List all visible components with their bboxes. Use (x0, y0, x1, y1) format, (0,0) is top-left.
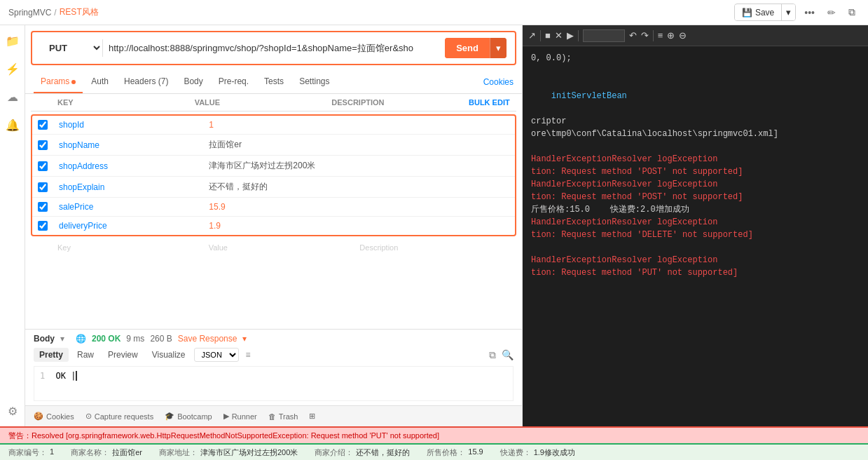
col-bulk[interactable]: Bulk Edit (469, 98, 511, 107)
sidebar-icon-cloud[interactable]: ☁ (3, 87, 22, 107)
url-input[interactable] (109, 43, 439, 53)
trash-label: Trash (279, 412, 298, 421)
param-key-4[interactable]: shopExplain (59, 182, 209, 192)
row-checkbox-6[interactable] (38, 221, 48, 231)
tab-prereq[interactable]: Pre-req. (212, 71, 256, 93)
param-value-3[interactable]: 津海市区广场对过左拐200米 (209, 160, 359, 172)
ide-line (531, 140, 860, 153)
more-options-button[interactable]: ••• (800, 4, 819, 21)
search-response-icon[interactable]: 🔍 (502, 349, 514, 361)
ide-sep-3 (653, 30, 654, 41)
save-button[interactable]: 💾 Save (735, 5, 781, 20)
ide-navigate-icon[interactable]: ↗ (528, 30, 536, 41)
tab-tests[interactable]: Tests (257, 71, 291, 93)
table-row: salePrice 15.9 (32, 198, 515, 217)
result-bar: 商家编号： 1 商家名称： 拉面馆er 商家地址： 津海市区广场对过左拐200米… (0, 443, 868, 460)
col-key: KEY (57, 98, 195, 107)
param-key-2[interactable]: shopName (59, 140, 209, 150)
response-section: Body ▾ 🌐 200 OK 9 ms 260 B Save Response… (25, 329, 522, 405)
save-dropdown-button[interactable]: ▾ (781, 4, 795, 20)
runner-icon: ▶ (223, 412, 229, 421)
tab-settings[interactable]: Settings (292, 71, 336, 93)
capture-label: Capture requests (95, 412, 153, 421)
http-method-select[interactable]: PUT GET POST DELETE (41, 39, 103, 57)
trash-button[interactable]: 🗑 Trash (268, 412, 298, 421)
sidebar-icon-settings[interactable]: ⚙ (3, 401, 22, 421)
ide-line: ore\tmp0\conf\Catalina\localhost\springm… (531, 128, 860, 140)
ide-close-icon[interactable]: ✕ (555, 30, 563, 41)
tab-auth[interactable]: Auth (84, 71, 116, 93)
ide-stop-icon[interactable]: ■ (545, 30, 551, 41)
param-value-1[interactable]: 1 (209, 120, 359, 130)
ide-panel: ↗ ■ ✕ ▶ ↶ ↷ ≡ ⊕ ⊖ 0, 0.0); initServletBe… (523, 25, 868, 426)
result-val-deliveryprice: 1.9修改成功 (534, 447, 575, 457)
cookies-bottom-button[interactable]: 🍪 Cookies (34, 412, 74, 421)
param-key-5[interactable]: salePrice (59, 202, 209, 212)
param-value-2[interactable]: 拉面馆er (209, 139, 359, 151)
result-label-saleprice: 所售价格： (427, 447, 465, 457)
ide-menu-icon[interactable]: ≡ (658, 30, 663, 41)
ide-line: criptor (531, 115, 860, 128)
format-tab-preview[interactable]: Preview (102, 348, 144, 362)
sidebar-icon-folder[interactable]: 📁 (3, 31, 22, 50)
tab-headers[interactable]: Headers (7) (117, 71, 175, 93)
grid-button[interactable]: ⊞ (309, 412, 315, 421)
format-json-select[interactable]: JSON XML HTML (194, 348, 239, 362)
param-key-3[interactable]: shopAddress (59, 161, 209, 171)
row-checkbox-1[interactable] (38, 120, 48, 130)
format-tab-visualize[interactable]: Visualize (146, 348, 191, 362)
breadcrumb-sep: / (54, 8, 56, 18)
tab-body[interactable]: Body (177, 71, 209, 93)
trash-icon: 🗑 (268, 412, 276, 421)
send-button[interactable]: Send (445, 38, 490, 58)
warning-bar: 警告：Resolved [org.springframework.web.Htt… (0, 426, 868, 443)
capture-button[interactable]: ⊙ Capture requests (85, 412, 153, 421)
row-checkbox-5[interactable] (38, 202, 48, 212)
row-checkbox-2[interactable] (38, 140, 48, 150)
edit-button[interactable]: ✏ (823, 4, 840, 21)
new-value-placeholder[interactable]: Value (209, 243, 360, 252)
runner-label: Runner (232, 412, 257, 421)
param-value-4[interactable]: 还不错，挺好的 (209, 181, 359, 193)
copy-response-icon[interactable]: ⧉ (489, 349, 496, 361)
row-checkbox-3[interactable] (38, 161, 48, 171)
params-rows-container: shopId 1 shopName 拉面馆er shopAddres (31, 114, 516, 236)
body-label[interactable]: Body (34, 334, 55, 344)
format-tab-raw[interactable]: Raw (71, 348, 99, 362)
new-desc-placeholder[interactable]: Description (359, 243, 511, 252)
params-dot (71, 80, 76, 84)
format-tab-pretty[interactable]: Pretty (34, 348, 69, 362)
sidebar-icon-bolt[interactable]: ⚡ (3, 59, 22, 79)
save-response-arrow[interactable]: ▾ (242, 334, 247, 344)
ide-run-icon[interactable]: ▶ (567, 30, 574, 41)
grid-icon: ⊞ (309, 412, 315, 421)
param-key-1[interactable]: shopId (59, 120, 209, 130)
ide-sep-1 (540, 30, 541, 41)
cookies-button[interactable]: Cookies (483, 77, 514, 87)
send-dropdown-button[interactable]: ▾ (490, 38, 507, 58)
body-arrow[interactable]: ▾ (60, 334, 64, 344)
ide-remove-icon[interactable]: ⊖ (679, 30, 687, 41)
sidebar-icon-bell[interactable]: 🔔 (3, 115, 22, 135)
runner-button[interactable]: ▶ Runner (223, 412, 257, 421)
param-value-6[interactable]: 1.9 (209, 221, 359, 231)
row-checkbox-4[interactable] (38, 182, 48, 192)
col-check (36, 98, 57, 107)
save-button-group: 💾 Save ▾ (734, 4, 796, 21)
ide-line: 0, 0.0); (531, 52, 860, 65)
bootcamp-button[interactable]: 🎓 Bootcamp (165, 412, 212, 421)
ide-undo-icon[interactable]: ↶ (629, 30, 637, 41)
ide-add-icon[interactable]: ⊕ (667, 30, 675, 41)
param-value-5[interactable]: 15.9 (209, 202, 359, 212)
tab-params[interactable]: Params (34, 71, 83, 93)
copy-button[interactable]: ⧉ (844, 4, 860, 21)
new-key-placeholder[interactable]: Key (57, 243, 209, 252)
ide-sep-2 (578, 30, 579, 41)
ide-line: initServletBean (531, 90, 860, 102)
ide-redo-icon[interactable]: ↷ (641, 30, 649, 41)
ide-search-input[interactable] (583, 29, 625, 42)
table-row: deliveryPrice 1.9 (32, 217, 515, 235)
save-response-button[interactable]: Save Response (178, 334, 237, 344)
format-lines-icon[interactable]: ≡ (246, 350, 251, 360)
param-key-6[interactable]: deliveryPrice (59, 221, 209, 231)
